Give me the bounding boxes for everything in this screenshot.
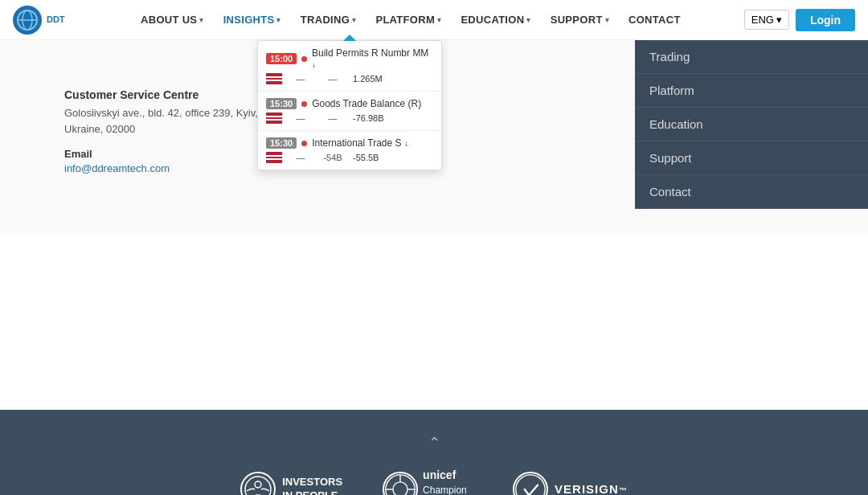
investors-in-people-logo: INVESTORSIN PEOPLE — [240, 472, 342, 495]
verisign-text: VERISIGN™ — [555, 482, 628, 495]
dropdown-popup: 15:00 Build Permits R Numbr MM ↓ — — 1.2… — [257, 40, 442, 170]
time-badge-2: 15:30 — [266, 137, 297, 149]
nav-arrow-insights: ▾ — [276, 16, 280, 24]
sidebar-contact[interactable]: Contact — [635, 175, 868, 209]
partner-logos: INVESTORSIN PEOPLE unicef Championfor Ch… — [0, 468, 868, 495]
investors-text: INVESTORSIN PEOPLE — [282, 476, 342, 495]
item-label-2: International Trade S ↓ — [312, 137, 408, 149]
nav-insights[interactable]: INSIGHTS ▾ — [215, 9, 289, 31]
scroll-up-button[interactable]: ⌃ — [0, 434, 868, 452]
nav-arrow-education: ▾ — [526, 16, 530, 24]
nav-arrow-trading: ▾ — [352, 16, 356, 24]
logo-text: DDT — [47, 14, 65, 25]
svg-point-4 — [255, 481, 261, 488]
logo-icon — [13, 6, 42, 35]
sidebar-trading[interactable]: Trading — [635, 40, 868, 74]
email-value[interactable]: info@ddreamtech.com — [64, 162, 289, 174]
language-selector[interactable]: ENG ▾ — [744, 10, 789, 30]
sidebar-platform[interactable]: Platform — [635, 74, 868, 108]
item-values-1: — — -76.98B — [289, 113, 384, 123]
unicef-logo: unicef Championfor Children — [383, 468, 473, 495]
sidebar-education[interactable]: Education — [635, 108, 868, 141]
dropdown-item-1: 15:30 Goods Trade Balance (R) — — -76.98… — [258, 92, 441, 131]
unicef-circle-icon — [383, 472, 418, 495]
login-button[interactable]: Login — [796, 9, 855, 31]
logo[interactable]: DDT — [13, 6, 77, 35]
flag-us-0 — [266, 73, 282, 84]
item-label-0: Build Permits R Numbr MM ↓ — [312, 47, 433, 70]
header: DDT ABOUT US ▾ INSIGHTS ▾ TRADING ▾ PLAT… — [0, 0, 868, 40]
investors-circle-icon — [240, 472, 276, 495]
nav-contact[interactable]: CONTACT — [620, 9, 689, 31]
nav-arrow-platform: ▾ — [437, 16, 441, 24]
nav-support[interactable]: SUPPORT ▾ — [542, 9, 617, 31]
svg-point-3 — [245, 477, 271, 495]
right-sidebar: Trading Platform Education Support Conta… — [635, 40, 868, 209]
sidebar-support[interactable]: Support — [635, 141, 868, 175]
time-badge-1: 15:30 — [266, 98, 297, 109]
dot-icon-1 — [301, 101, 307, 107]
dot-icon-0 — [301, 56, 307, 62]
nav-education[interactable]: EDUCATION ▾ — [452, 9, 538, 31]
dropdown-item-0: 15:00 Build Permits R Numbr MM ↓ — — 1.2… — [258, 41, 441, 92]
nav-arrow-about-us: ▾ — [199, 16, 203, 24]
unicef-text: unicef Championfor Children — [423, 468, 473, 495]
header-right: ENG ▾ Login — [744, 9, 855, 31]
verisign-badge-icon — [513, 472, 548, 495]
item-values-2: — -54B -55.5B — [289, 153, 379, 162]
time-badge-0: 15:00 — [266, 53, 297, 64]
footer-gray: ⌃ INVESTORSIN PEOPLE — [0, 410, 868, 495]
nav-about-us[interactable]: ABOUT US ▾ — [133, 9, 212, 31]
contact-title: Customer Service Centre — [64, 88, 289, 101]
nav-platform[interactable]: PLATFORM ▾ — [367, 9, 449, 31]
flag-us-2 — [266, 152, 282, 163]
dropdown-item-2: 15:30 International Trade S ↓ — -54B -55… — [258, 131, 441, 170]
flag-us-1 — [266, 112, 282, 124]
main-nav: ABOUT US ▾ INSIGHTS ▾ TRADING ▾ PLATFORM… — [77, 9, 744, 31]
dot-icon-2 — [301, 141, 307, 146]
item-label-1: Goods Trade Balance (R) — [312, 98, 421, 109]
contact-address: Golosiivskyi ave., bld. 42, office 239, … — [64, 105, 289, 137]
lang-chevron-icon: ▾ — [776, 14, 782, 26]
email-label: Email — [64, 148, 289, 160]
verisign-logo: VERISIGN™ — [513, 472, 628, 495]
item-values-0: — — 1.265M — [289, 74, 383, 84]
contact-section: Customer Service Centre Golosiivskyi ave… — [64, 88, 289, 174]
nav-arrow-support: ▾ — [605, 16, 609, 24]
svg-point-6 — [393, 482, 407, 495]
nav-trading[interactable]: TRADING ▾ — [293, 9, 365, 31]
